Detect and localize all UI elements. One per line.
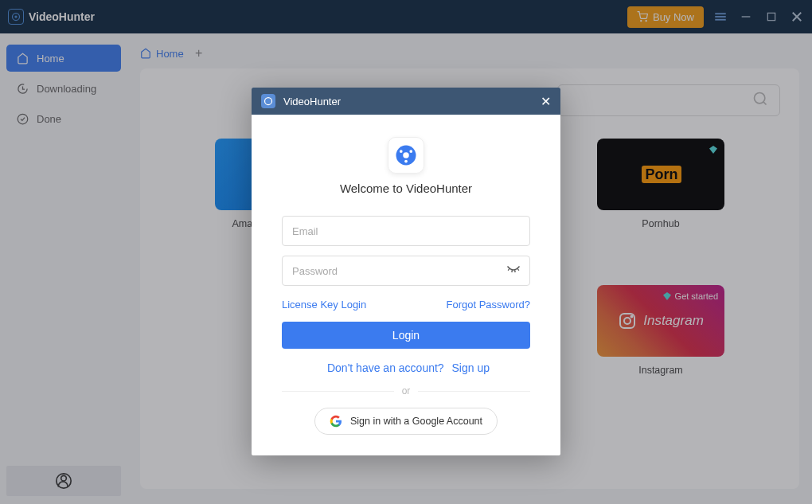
modal-close-button[interactable]: ✕ [541, 94, 551, 109]
or-divider: or [282, 385, 530, 397]
login-button[interactable]: Login [282, 322, 530, 349]
svg-line-26 [508, 269, 509, 271]
password-input[interactable] [282, 256, 530, 286]
svg-line-29 [517, 269, 519, 271]
eye-closed-icon[interactable] [506, 264, 521, 279]
modal-header: VideoHunter ✕ [252, 88, 560, 115]
signup-link[interactable]: Sign up [452, 361, 490, 374]
modal-logo-icon [261, 94, 275, 108]
svg-point-24 [409, 150, 412, 153]
svg-line-27 [512, 270, 513, 272]
welcome-text: Welcome to VideoHunter [282, 182, 530, 195]
google-signin-button[interactable]: Sign in with a Google Account [314, 408, 498, 435]
login-modal: VideoHunter ✕ Welcome to VideoHunter Lic… [252, 88, 560, 455]
svg-line-28 [515, 270, 516, 272]
svg-point-25 [404, 160, 408, 163]
modal-logo-large [388, 137, 424, 174]
signup-row: Don't have an account? Sign up [282, 361, 530, 374]
svg-point-23 [400, 150, 403, 153]
google-icon [330, 415, 342, 428]
svg-point-20 [265, 98, 272, 105]
svg-point-22 [403, 152, 409, 158]
modal-overlay: VideoHunter ✕ Welcome to VideoHunter Lic… [0, 0, 812, 504]
email-input[interactable] [282, 216, 530, 246]
license-key-link[interactable]: License Key Login [282, 299, 366, 311]
modal-title: VideoHunter [283, 96, 341, 107]
forgot-password-link[interactable]: Forgot Password? [447, 299, 531, 311]
